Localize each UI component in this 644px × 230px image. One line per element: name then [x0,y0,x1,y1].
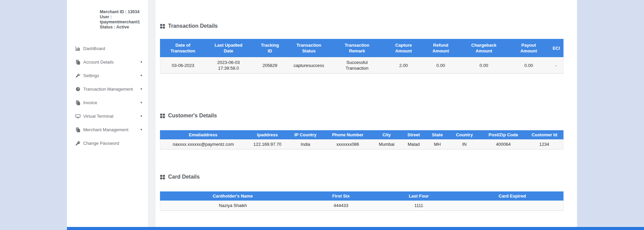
cell-tracking-id: 205629 [251,57,289,74]
chevron-down-icon: ▾ [140,74,142,77]
cell-eci: - [549,57,564,74]
file-copy-icon [75,127,80,132]
sidebar: Merchant ID : 13034 User : tpaymentmerch… [67,0,148,230]
column-header: Date of Transaction [160,39,206,57]
cell-city: Mumbai [373,139,400,150]
section-title-card-details: Card Details [160,173,564,181]
file-copy-icon [75,59,80,65]
chevron-down-icon: ▾ [140,61,142,64]
sidebar-item-label: DashBoard [83,46,142,51]
section-title-customers-details: Customer's Details [160,112,564,119]
sidebar-item-label: Settings [83,73,140,78]
table-header-row: Emailaddress Ipaddress IP Country Phone … [160,130,564,139]
sidebar-item-label: Merchant Management [83,127,140,132]
cell-phone-number: xxxxxxx086 [322,139,373,150]
column-header: IP Country [289,130,322,139]
grid-icon [160,175,165,180]
desktop-icon [75,113,80,119]
merchant-info: Merchant ID : 13034 User : tpaymentmerch… [100,9,145,30]
column-header: Country [447,130,481,139]
column-header: State [427,130,447,139]
chevron-down-icon: ▾ [140,128,142,131]
cell-capture-amount: 2.00 [385,57,422,74]
sidebar-item-merchant-management[interactable]: Merchant Management ▾ [67,123,148,136]
table-row: naxxxx.xxxxxx@paymentz.com 122.169.97.70… [160,139,564,150]
cell-transaction-status: capturesuccess [289,57,329,74]
cell-last-updated-date: 2023-06-03 17:39:58.0 [206,57,251,74]
column-header: Ipaddress [246,130,289,139]
table-row: Naziya Shaikh 444433 1111 [160,201,564,211]
cell-date-of-transaction: 03-06-2023 [160,57,206,74]
cell-email-address: naxxxx.xxxxxx@paymentz.com [160,139,246,150]
column-header: Street [400,130,427,139]
column-header: Capture Amount [385,39,422,57]
table-header-row: Date of Transaction Last Upadted Date Tr… [160,39,564,57]
column-header: Customer Id [525,130,564,139]
sidebar-item-change-password[interactable]: Change Password [67,136,148,150]
section-title-text: Card Details [168,173,200,181]
grid-icon [160,113,165,118]
column-header: Emailaddress [160,130,246,139]
column-header: Chargeback Amount [459,39,508,57]
table-header-row: Cardholder's Name First Six Last Four Ca… [160,191,564,201]
column-header: Payout Amount [508,39,549,57]
sidebar-item-label: Invoice [83,100,140,105]
sidebar-item-account-details[interactable]: Account Details ▾ [67,55,148,69]
column-header: ECI [549,39,564,57]
cell-cardholder-name: Naziya Shaikh [160,201,305,211]
sidebar-item-dashboard[interactable]: DashBoard [67,42,148,55]
section-title-transaction-details: Transaction Details [160,22,564,30]
key-icon [75,140,80,146]
column-header: Post/Zip Code [481,130,525,139]
chevron-down-icon: ▾ [140,88,142,91]
column-header: Cardholder's Name [160,191,305,201]
table-row: 03-06-2023 2023-06-03 17:39:58.0 205629 … [160,57,564,74]
column-header: Refund Amount [422,39,459,57]
main-content: Transaction Details Date of Transaction … [156,0,577,230]
sidebar-item-label: Account Details [83,60,140,65]
sidebar-item-transaction-management[interactable]: Transaction Management ▾ [67,82,148,96]
column-header: Transaction Remark [329,39,385,57]
grid-icon [160,24,165,29]
cell-transaction-remark: Successful Transaction [329,57,385,74]
user-name-text: tpaymentmerchant1 [100,20,145,25]
column-header: Last Upadted Date [206,39,251,57]
sidebar-main-divider [148,0,156,230]
transaction-details-table: Date of Transaction Last Upadted Date Tr… [160,39,564,74]
column-header: Transaction Status [289,39,329,57]
footer-bar [67,227,644,230]
sidebar-item-invoice[interactable]: Invoice ▾ [67,96,148,109]
bar-chart-icon [75,46,80,51]
column-header: First Six [305,191,376,201]
cell-ip-address: 122.169.97.70 [246,139,289,150]
cell-country: IN [447,139,481,150]
customer-details-table: Emailaddress Ipaddress IP Country Phone … [160,130,564,150]
section-title-text: Transaction Details [168,22,218,30]
sidebar-item-virtual-terminal[interactable]: Virtual Terminal ▾ [67,109,148,123]
section-title-text: Customer's Details [168,112,217,119]
column-header: Phone Number [322,130,373,139]
column-header: City [373,130,400,139]
file-copy-icon [75,100,80,105]
cell-state: MH [427,139,447,150]
sidebar-item-settings[interactable]: Settings ▾ [67,69,148,82]
chevron-down-icon: ▾ [140,115,142,118]
sidebar-nav: DashBoard Account Details ▾ Settings ▾ T… [67,42,148,150]
cell-chargeback-amount: 0.00 [459,57,508,74]
sidebar-item-label: Transaction Management [83,87,140,92]
column-header: Last Four [376,191,461,201]
chevron-down-icon: ▾ [140,101,142,104]
cell-last-four: 1111 [376,201,461,211]
sidebar-item-label: Virtual Terminal [83,114,140,119]
column-header: Card Expired [461,191,564,201]
cell-customer-id: 1234 [525,139,564,150]
cell-refund-amount: 0.00 [422,57,459,74]
card-details-table: Cardholder's Name First Six Last Four Ca… [160,191,564,211]
user-label-text: User : [100,15,145,20]
cell-ip-country: India [289,139,322,150]
status-text: Status : Active [100,25,145,30]
merchant-id-text: Merchant ID : 13034 [100,9,145,15]
wrench-icon [75,73,80,78]
sidebar-item-label: Change Password [83,141,142,146]
column-header: Tracking ID [251,39,289,57]
